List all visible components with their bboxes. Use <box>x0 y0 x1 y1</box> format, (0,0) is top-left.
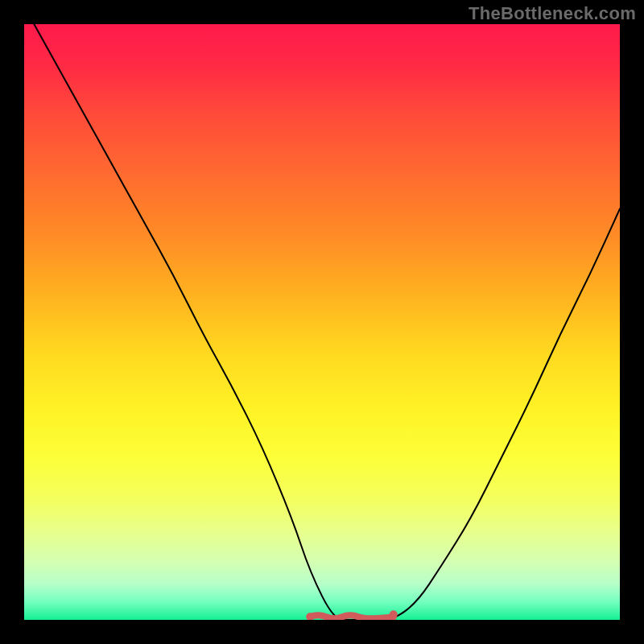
chart-svg <box>24 24 620 620</box>
watermark-text: TheBottleneck.com <box>469 3 636 24</box>
curve-line <box>24 24 620 620</box>
highlight-segment <box>310 615 394 618</box>
plot-area <box>24 24 620 620</box>
highlight-dot-right <box>390 610 398 618</box>
chart-frame: TheBottleneck.com <box>0 0 644 644</box>
